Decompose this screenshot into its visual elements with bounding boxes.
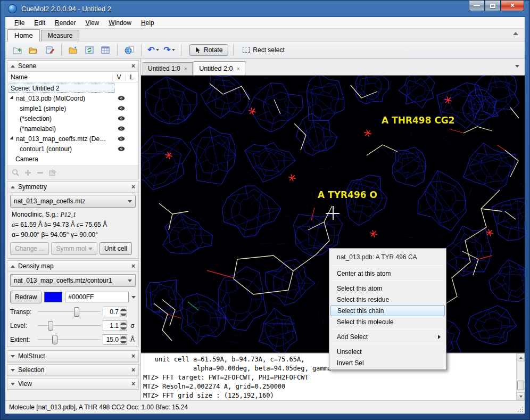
tree-row[interactable]: nat_013.pdb (MolCoord): [7, 93, 138, 103]
tree-expander-icon[interactable]: [10, 96, 14, 101]
add-icon[interactable]: [24, 169, 32, 177]
extent-slider[interactable]: [38, 339, 101, 340]
transp-spinbox[interactable]: 0.7: [103, 307, 127, 317]
remove-icon[interactable]: [36, 169, 44, 177]
density-panel-close-icon[interactable]: ×: [131, 262, 135, 270]
tree-row[interactable]: (*namelabel): [7, 123, 138, 134]
menu-item-center-at-this-atom[interactable]: Center at this atom: [330, 268, 445, 279]
expand-icon[interactable]: [11, 369, 15, 372]
open-scene-button[interactable]: [27, 44, 40, 56]
rect-select-button[interactable]: Rect select: [238, 45, 288, 55]
menu-help[interactable]: Help: [136, 18, 159, 28]
slider-thumb[interactable]: [48, 321, 53, 331]
molstruct-panel-header[interactable]: MolStruct×: [7, 351, 138, 362]
visibility-eye-icon[interactable]: [118, 96, 125, 101]
resize-grip[interactable]: [517, 406, 523, 412]
change-button[interactable]: Change ...: [10, 242, 49, 255]
view-tabs-dropdown-icon[interactable]: [515, 65, 519, 68]
level-spinbox[interactable]: 1.1: [103, 320, 127, 331]
properties-icon[interactable]: [48, 169, 57, 177]
expand-icon[interactable]: [11, 383, 15, 385]
unit-cell-button[interactable]: Unit cell: [100, 242, 132, 255]
tab-close-icon[interactable]: ×: [184, 65, 187, 72]
panel-close-icon[interactable]: ×: [131, 352, 135, 360]
scroll-up-icon[interactable]: [517, 353, 525, 361]
panel-close-icon[interactable]: ×: [131, 380, 135, 388]
tree-row[interactable]: Scene: Untitled 2: [7, 83, 138, 93]
undo-button[interactable]: ↶: [146, 44, 160, 56]
collapse-icon[interactable]: [11, 265, 15, 268]
density-panel-header[interactable]: Density map ×: [7, 261, 138, 272]
close-button[interactable]: ✕: [501, 1, 524, 11]
maximize-button[interactable]: [485, 1, 501, 11]
rotate-tool-button[interactable]: Rotate: [189, 44, 228, 56]
level-slider[interactable]: [38, 325, 101, 326]
transp-slider[interactable]: [38, 311, 101, 312]
zoom-icon[interactable]: [12, 169, 20, 177]
menu-item-select-this-residue[interactable]: Select this residue: [330, 294, 445, 305]
scrollbar-thumb[interactable]: [517, 381, 524, 390]
visibility-eye-icon[interactable]: [118, 116, 125, 121]
visibility-eye-icon[interactable]: [118, 126, 125, 131]
visibility-eye-icon[interactable]: [118, 136, 125, 141]
collapse-icon[interactable]: [11, 65, 15, 68]
symmetry-panel-close-icon[interactable]: ×: [131, 183, 135, 191]
tree-row[interactable]: (*selection): [7, 113, 138, 123]
menu-item-invert-sel[interactable]: Invert Sel: [330, 357, 445, 368]
slider-thumb[interactable]: [52, 335, 57, 344]
view-tab-untitled-1-0[interactable]: Untitled 1:0×: [143, 62, 193, 75]
menu-window[interactable]: Window: [104, 18, 136, 28]
ribbon-tab-measure[interactable]: Measure: [41, 30, 80, 42]
menu-item-add-select[interactable]: Add Select: [330, 331, 445, 342]
extent-spinbox[interactable]: 15.0: [103, 334, 127, 345]
reload-view-button[interactable]: [82, 44, 96, 56]
tab-close-icon[interactable]: ×: [236, 65, 239, 72]
menu-render[interactable]: Render: [50, 18, 80, 28]
console-scrollbar[interactable]: [516, 353, 525, 400]
view-tab-untitled-2-0[interactable]: Untitled 2:0×: [194, 61, 245, 75]
scene-panel-header[interactable]: Scene ×: [7, 61, 138, 72]
ribbon-tab-home[interactable]: Home: [7, 29, 40, 42]
symm-mol-button[interactable]: Symm mol: [51, 242, 97, 255]
visibility-eye-icon[interactable]: [118, 146, 125, 151]
redo-button[interactable]: ↷: [162, 44, 176, 56]
expand-icon[interactable]: [11, 355, 15, 358]
render-scene-button[interactable]: [122, 44, 136, 56]
view-panel-header[interactable]: View×: [7, 378, 138, 390]
minimize-button[interactable]: [469, 1, 485, 11]
tree-row[interactable]: Camera: [7, 154, 138, 164]
visibility-eye-icon[interactable]: [118, 106, 125, 111]
save-scene-button[interactable]: [43, 44, 56, 56]
scene-panel-close-icon[interactable]: ×: [131, 62, 135, 70]
density-target-select[interactable]: nat_013_map_coeffs.mtz/contour1: [10, 274, 136, 287]
scroll-down-icon[interactable]: [517, 392, 525, 400]
symmetry-panel-header[interactable]: Symmetry ×: [7, 182, 138, 193]
menu-item-unselect[interactable]: Unselect: [330, 346, 445, 357]
color-dropdown-icon[interactable]: [131, 296, 136, 299]
menu-item-select-this-molecule[interactable]: Select this molecule: [330, 316, 445, 327]
selection-panel-header[interactable]: Selection×: [7, 365, 138, 376]
redraw-button[interactable]: Redraw: [10, 291, 42, 303]
collapse-icon[interactable]: [11, 186, 15, 188]
tree-row[interactable]: contour1 (contour): [7, 144, 138, 154]
menu-edit[interactable]: Edit: [29, 18, 50, 28]
open-file-button[interactable]: [67, 44, 80, 56]
new-scene-button[interactable]: [11, 44, 24, 56]
map-color-swatch[interactable]: [44, 292, 62, 302]
undo-dropdown-icon[interactable]: [156, 49, 159, 51]
map-color-input[interactable]: #0000FF: [65, 292, 129, 302]
object-table-button[interactable]: [98, 44, 112, 56]
menu-item-select-this-atom[interactable]: Select this atom: [330, 283, 445, 294]
slider-thumb[interactable]: [74, 307, 79, 317]
menu-view[interactable]: View: [80, 18, 104, 28]
symmetry-dataset-select[interactable]: nat_013_map_coeffs.mtz: [10, 195, 136, 208]
ribbon-collapse-icon[interactable]: [513, 32, 518, 35]
panel-close-icon[interactable]: ×: [131, 366, 135, 374]
menu-item-select-this-chain[interactable]: Select this chain: [330, 305, 445, 316]
menu-file[interactable]: File: [10, 18, 29, 28]
tree-row[interactable]: simple1 (simple): [7, 103, 138, 113]
tree-row[interactable]: nat_013_map_coeffs.mtz (De…: [7, 134, 138, 144]
title-bar[interactable]: CueMol2 2.0.0.94 - Untitled 2 ✕: [1, 1, 529, 17]
tree-expander-icon[interactable]: [10, 136, 14, 141]
redo-dropdown-icon[interactable]: [172, 49, 175, 51]
